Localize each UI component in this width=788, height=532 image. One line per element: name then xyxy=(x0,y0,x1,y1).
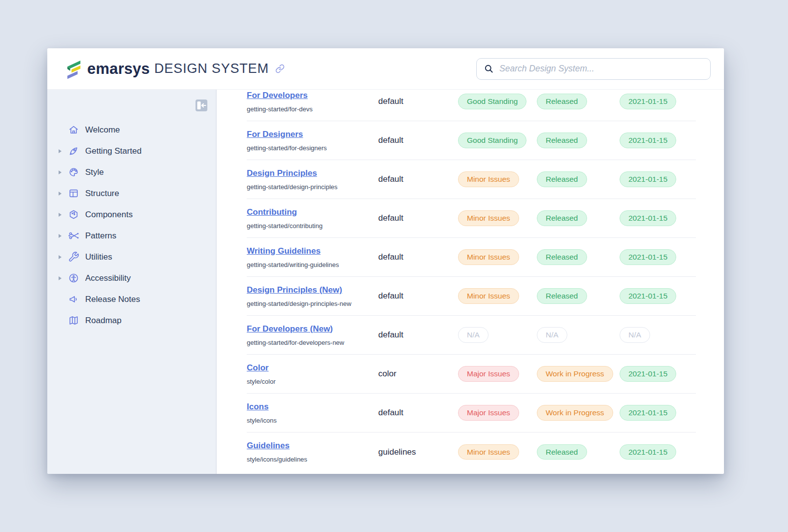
sidebar-item-structure[interactable]: Structure xyxy=(47,183,216,204)
sidebar: Welcome Getting Started Style Structure … xyxy=(47,90,217,474)
status-badge: Good Standing xyxy=(458,133,526,148)
date-badge: 2021-01-15 xyxy=(620,288,676,304)
table-row: Writing Guidelines getting-started/writi… xyxy=(247,238,696,277)
doc-title-link[interactable]: Icons xyxy=(247,402,268,411)
status-badge: Major Issues xyxy=(458,366,519,382)
release-badge: Work in Progress xyxy=(537,366,613,382)
table-row: For Developers getting-started/for-devs … xyxy=(247,90,696,121)
release-badge: Released xyxy=(537,444,587,460)
doc-path: getting-started/for-devs xyxy=(247,105,378,113)
sidebar-item-accessibility[interactable]: Accessibility xyxy=(47,267,216,289)
chevron-right-icon[interactable] xyxy=(57,170,63,174)
doc-title-link[interactable]: For Designers xyxy=(247,130,303,139)
table-row: Guidelines style/icons/guidelines guidel… xyxy=(247,432,696,471)
variant-cell: default xyxy=(378,252,458,262)
sidebar-item-components[interactable]: Components xyxy=(47,204,216,225)
release-badge: Released xyxy=(537,210,587,226)
date-badge: 2021-01-15 xyxy=(620,94,676,109)
release-badge: Released xyxy=(537,288,587,304)
release-badge: N/A xyxy=(537,327,567,343)
doc-path: style/icons/guidelines xyxy=(247,456,378,463)
variant-cell: default xyxy=(378,408,458,418)
doc-title-link[interactable]: Contributing xyxy=(247,207,297,217)
table-row: For Developers (New) getting-started/for… xyxy=(247,316,696,355)
date-badge: 2021-01-15 xyxy=(620,249,676,265)
table-row: Design Principles getting-started/design… xyxy=(247,160,696,199)
sidebar-item-style[interactable]: Style xyxy=(47,162,216,183)
date-badge: 2021-01-15 xyxy=(620,366,676,382)
doc-title-link[interactable]: Guidelines xyxy=(247,441,290,450)
release-badge: Released xyxy=(537,249,587,265)
doc-path: style/color xyxy=(247,378,378,385)
variant-cell: default xyxy=(378,330,458,340)
doc-table-body: For Developers getting-started/for-devs … xyxy=(217,90,724,471)
status-badge: Minor Issues xyxy=(458,288,519,304)
doc-title-link[interactable]: Color xyxy=(247,363,268,372)
table-row: Icons style/icons default Major Issues W… xyxy=(247,394,696,432)
variant-cell: color xyxy=(378,369,458,379)
status-badge: Minor Issues xyxy=(458,249,519,265)
brand-name: emarsys xyxy=(87,60,150,78)
sidebar-item-welcome[interactable]: Welcome xyxy=(47,119,216,140)
scissors-icon xyxy=(68,230,79,241)
table-row: Color style/color color Major Issues Wor… xyxy=(247,355,696,394)
doc-title-link[interactable]: Design Principles xyxy=(247,168,317,178)
sidebar-item-roadmap[interactable]: Roadmap xyxy=(47,310,216,331)
wrench-icon xyxy=(68,251,79,263)
status-badge: Minor Issues xyxy=(458,171,519,187)
sidebar-nav: Welcome Getting Started Style Structure … xyxy=(47,119,216,331)
sidebar-item-release-notes[interactable]: Release Notes xyxy=(47,289,216,310)
sidebar-item-getting-started[interactable]: Getting Started xyxy=(47,140,216,162)
content-pane: For Developers getting-started/for-devs … xyxy=(217,90,724,474)
chevron-right-icon[interactable] xyxy=(57,149,63,153)
table-row: Design Principles (New) getting-started/… xyxy=(247,277,696,316)
megaphone-icon xyxy=(68,294,79,305)
chevron-right-icon[interactable] xyxy=(57,192,63,196)
chevron-right-icon[interactable] xyxy=(57,276,63,280)
status-badge: Minor Issues xyxy=(458,444,519,460)
date-badge: 2021-01-15 xyxy=(620,171,676,187)
table-row: For Designers getting-started/for-design… xyxy=(247,121,696,160)
variant-cell: guidelines xyxy=(378,447,458,457)
doc-path: getting-started/for-developers-new xyxy=(247,339,378,346)
search-box[interactable] xyxy=(476,58,711,80)
sidebar-item-patterns[interactable]: Patterns xyxy=(47,225,216,246)
sidebar-item-utilities[interactable]: Utilities xyxy=(47,246,216,267)
app-header: emarsys DESIGN SYSTEM xyxy=(47,48,724,90)
doc-title-link[interactable]: For Developers (New) xyxy=(247,324,333,333)
status-badge: Major Issues xyxy=(458,405,519,421)
page-background: emarsys DESIGN SYSTEM xyxy=(0,0,788,532)
variant-cell: default xyxy=(378,213,458,223)
chevron-right-icon[interactable] xyxy=(57,213,63,217)
collapse-sidebar-button[interactable] xyxy=(195,99,208,112)
date-badge: 2021-01-15 xyxy=(620,133,676,148)
doc-path: getting-started/contributing xyxy=(247,222,378,230)
doc-path: style/icons xyxy=(247,417,378,424)
components-icon xyxy=(68,209,79,220)
release-badge: Released xyxy=(537,94,587,109)
doc-title-link[interactable]: Writing Guidelines xyxy=(247,246,321,256)
link-icon[interactable] xyxy=(275,64,285,73)
chevron-right-icon[interactable] xyxy=(57,255,63,259)
variant-cell: default xyxy=(378,135,458,145)
release-badge: Released xyxy=(537,171,587,187)
date-badge: 2021-01-15 xyxy=(620,405,676,421)
search-input[interactable] xyxy=(499,64,703,74)
rocket-icon xyxy=(68,145,79,157)
release-badge: Work in Progress xyxy=(537,405,613,421)
variant-cell: default xyxy=(378,291,458,301)
doc-title-link[interactable]: For Developers xyxy=(247,91,308,100)
app-window: emarsys DESIGN SYSTEM xyxy=(47,48,724,474)
doc-title-link[interactable]: Design Principles (New) xyxy=(247,285,342,295)
status-badge: N/A xyxy=(458,327,489,343)
variant-cell: default xyxy=(378,97,458,106)
brand: emarsys DESIGN SYSTEM xyxy=(66,59,285,79)
chevron-right-icon[interactable] xyxy=(57,234,63,238)
map-icon xyxy=(68,315,79,326)
release-badge: Released xyxy=(537,133,587,148)
brand-suffix: DESIGN SYSTEM xyxy=(154,61,268,76)
emarsys-logo-icon xyxy=(66,59,82,79)
status-badge: Good Standing xyxy=(458,94,526,109)
accessibility-icon xyxy=(68,272,79,284)
layout-icon xyxy=(68,188,79,199)
